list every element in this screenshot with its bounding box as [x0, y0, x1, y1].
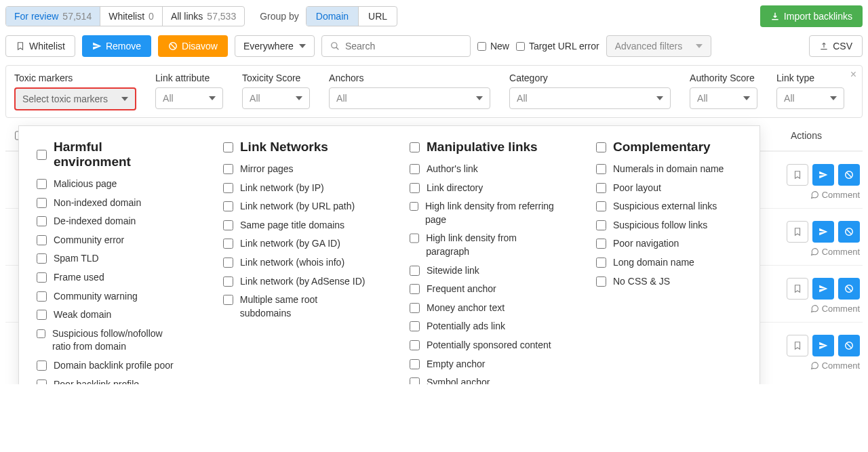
tab-whitelist[interactable]: Whitelist0 [100, 7, 163, 26]
section-checkbox[interactable] [223, 142, 233, 152]
dropdown-item[interactable]: Poor backlink profile [37, 378, 182, 384]
remove-row-button[interactable] [812, 221, 834, 243]
item-checkbox[interactable] [223, 258, 233, 268]
dropdown-item[interactable]: Link network (by GA ID) [223, 237, 369, 251]
dropdown-item[interactable]: Potentially sponsored content [410, 339, 555, 352]
item-checkbox[interactable] [410, 284, 420, 294]
dropdown-item[interactable]: Author's link [410, 163, 555, 176]
dropdown-item[interactable]: Malicious page [37, 178, 182, 191]
comment-button[interactable]: Comment [810, 361, 860, 371]
link-type-select[interactable]: All [776, 87, 844, 109]
item-checkbox[interactable] [37, 310, 47, 320]
comment-button[interactable]: Comment [810, 190, 860, 200]
item-checkbox[interactable] [410, 340, 420, 350]
item-checkbox[interactable] [596, 201, 606, 211]
toxic-markers-select[interactable]: Select toxic markers [14, 87, 136, 110]
new-checkbox[interactable]: New [477, 41, 509, 52]
dropdown-item[interactable]: Community error [37, 234, 182, 247]
dropdown-item[interactable]: De-indexed domain [37, 215, 182, 228]
dropdown-item[interactable]: High link density from referring page [410, 200, 555, 226]
dropdown-item[interactable]: Suspicious follow links [596, 219, 742, 232]
item-checkbox[interactable] [410, 183, 420, 193]
dropdown-item[interactable]: No CSS & JS [596, 275, 742, 289]
dropdown-item[interactable]: Link network (by URL path) [223, 200, 369, 213]
dropdown-item[interactable]: Link network (whois info) [223, 256, 369, 270]
category-select[interactable]: All [509, 87, 671, 109]
dropdown-item[interactable]: Community warning [37, 290, 182, 304]
dropdown-item[interactable]: Suspicious follow/nofollow ratio from do… [37, 327, 182, 354]
dropdown-item[interactable]: Mirror pages [223, 163, 369, 176]
dropdown-item[interactable]: Multiple same root subdomains [223, 293, 369, 320]
item-checkbox[interactable] [410, 233, 419, 243]
item-checkbox[interactable] [223, 239, 233, 249]
import-backlinks-button[interactable]: Import backlinks [760, 5, 863, 27]
close-icon[interactable]: × [850, 68, 856, 81]
search-input[interactable] [345, 41, 464, 52]
advanced-filters-button[interactable]: Advanced filters [606, 35, 712, 57]
whitelist-row-button[interactable] [787, 278, 808, 300]
disavow-row-button[interactable] [838, 335, 860, 356]
item-checkbox[interactable] [223, 220, 233, 230]
remove-row-button[interactable] [812, 164, 834, 186]
item-checkbox[interactable] [37, 235, 47, 245]
dropdown-item[interactable]: Non-indexed domain [37, 197, 182, 210]
disavow-button[interactable]: Disavow [158, 35, 228, 57]
item-checkbox[interactable] [223, 164, 233, 174]
toxicity-score-select[interactable]: All [242, 87, 310, 109]
dropdown-item[interactable]: Link network (by IP) [223, 182, 369, 195]
dropdown-item[interactable]: Long domain name [596, 256, 742, 270]
item-checkbox[interactable] [410, 377, 420, 384]
whitelist-row-button[interactable] [787, 221, 808, 243]
remove-row-button[interactable] [812, 278, 834, 300]
item-checkbox[interactable] [596, 220, 606, 230]
item-checkbox[interactable] [37, 198, 47, 208]
item-checkbox[interactable] [596, 276, 606, 287]
target-url-error-input[interactable] [516, 42, 525, 51]
item-checkbox[interactable] [410, 266, 420, 276]
item-checkbox[interactable] [410, 359, 420, 369]
item-checkbox[interactable] [223, 276, 233, 287]
item-checkbox[interactable] [37, 253, 47, 264]
dropdown-item[interactable]: Potentially ads link [410, 320, 555, 333]
dropdown-item[interactable]: Numerals in domain name [596, 163, 742, 176]
dropdown-item[interactable]: Suspicious external links [596, 200, 742, 213]
item-checkbox[interactable] [596, 164, 606, 174]
disavow-row-button[interactable] [838, 221, 860, 243]
dropdown-item[interactable]: Weak domain [37, 308, 182, 322]
item-checkbox[interactable] [37, 329, 45, 339]
dropdown-item[interactable]: Empty anchor [410, 358, 555, 371]
dropdown-item[interactable]: Same page title domains [223, 219, 369, 232]
item-checkbox[interactable] [410, 303, 420, 313]
dropdown-item[interactable]: Spam TLD [37, 252, 182, 266]
remove-button[interactable]: Remove [82, 35, 151, 57]
item-checkbox[interactable] [223, 295, 233, 305]
disavow-row-button[interactable] [838, 278, 860, 300]
item-checkbox[interactable] [223, 183, 233, 193]
item-checkbox[interactable] [410, 201, 418, 211]
dropdown-item[interactable]: Poor layout [596, 182, 742, 195]
comment-button[interactable]: Comment [810, 304, 860, 314]
dropdown-item[interactable]: Frequent anchor [410, 283, 555, 296]
search-box[interactable] [321, 35, 471, 57]
comment-button[interactable]: Comment [810, 247, 860, 257]
dropdown-item[interactable]: High link density from paragraph [410, 232, 555, 258]
dropdown-item[interactable]: Link network (by AdSense ID) [223, 275, 369, 289]
item-checkbox[interactable] [410, 321, 420, 331]
dropdown-item[interactable]: Domain backlink profile poor [37, 359, 182, 373]
whitelist-row-button[interactable] [787, 164, 808, 186]
csv-export-button[interactable]: CSV [809, 35, 863, 57]
scope-select[interactable]: Everywhere [235, 35, 315, 57]
item-checkbox[interactable] [37, 361, 47, 371]
disavow-row-button[interactable] [838, 164, 860, 186]
item-checkbox[interactable] [37, 216, 47, 226]
dropdown-item[interactable]: Poor navigation [596, 237, 742, 251]
anchors-select[interactable]: All [329, 87, 490, 109]
item-checkbox[interactable] [596, 239, 606, 249]
dropdown-item[interactable]: Money anchor text [410, 302, 555, 315]
groupby-domain[interactable]: Domain [307, 7, 359, 26]
dropdown-item[interactable]: Symbol anchor [410, 376, 555, 384]
item-checkbox[interactable] [596, 183, 606, 193]
item-checkbox[interactable] [37, 272, 47, 283]
item-checkbox[interactable] [410, 164, 420, 174]
remove-row-button[interactable] [812, 335, 834, 356]
